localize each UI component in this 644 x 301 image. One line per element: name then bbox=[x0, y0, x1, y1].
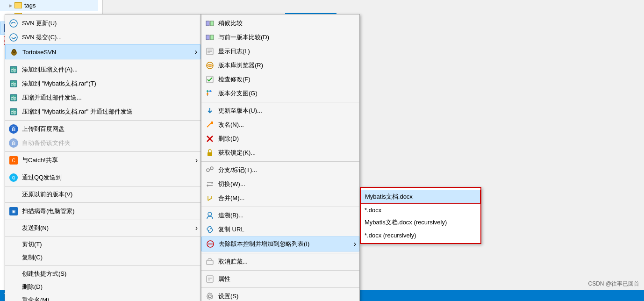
ignore-mybatis-item[interactable]: Mybatis文档.docx bbox=[361, 190, 480, 204]
svg-rect-27 bbox=[211, 122, 213, 124]
svn-diff-prev-item[interactable]: 与前一版本比较(D) bbox=[201, 30, 359, 44]
svn-showlog-item[interactable]: 显示日志(L) bbox=[201, 44, 359, 58]
settings-icon bbox=[205, 292, 215, 301]
compress-rar-item[interactable]: zip 添加到 "Mybatis文档.rar"(T) bbox=[5, 77, 200, 91]
branch-tag-icon bbox=[205, 165, 215, 175]
compress-rar-icon: zip bbox=[9, 79, 18, 88]
svn-properties-item[interactable]: 属性 bbox=[201, 272, 359, 286]
sep-5 bbox=[5, 186, 200, 186]
svn-blame-item[interactable]: 追溯(B)... bbox=[201, 208, 359, 222]
svn-sep-4 bbox=[201, 253, 359, 253]
update-icon bbox=[205, 106, 215, 115]
svn-sep-3 bbox=[201, 207, 359, 207]
svg-point-1 bbox=[10, 34, 17, 41]
props-icon bbox=[205, 274, 215, 284]
sep-1 bbox=[5, 61, 200, 61]
svg-text:zip: zip bbox=[11, 110, 16, 115]
restore-item[interactable]: 还原以前的版本(V) bbox=[5, 188, 200, 201]
compress-add-item[interactable]: zip 添加到压缩文件(A)... bbox=[5, 63, 200, 77]
svn-diff-item[interactable]: 稍候比较 bbox=[201, 16, 359, 30]
svn-sep-6 bbox=[201, 287, 359, 288]
svn-repobrowser-item[interactable]: 版本库浏览器(R) bbox=[201, 58, 359, 72]
baidu-upload-item[interactable]: 百 上传到百度网盘 bbox=[5, 122, 200, 136]
ignore-ext-rec-item[interactable]: *.docx (recursively) bbox=[361, 229, 480, 241]
svg-point-34 bbox=[208, 212, 212, 216]
check-icon bbox=[205, 75, 215, 84]
svg-point-26 bbox=[209, 90, 211, 92]
tortoise-svn-item[interactable]: TortoiseSVN bbox=[5, 44, 200, 59]
svn-delete-item[interactable]: 删除(D) bbox=[201, 132, 359, 146]
sep-7 bbox=[5, 220, 200, 220]
compress-email-item[interactable]: zip 压缩并通过邮件发送... bbox=[5, 91, 200, 105]
merge-icon bbox=[205, 194, 215, 203]
svg-rect-16 bbox=[206, 35, 209, 40]
svn-rename-item[interactable]: 改名(N)... bbox=[201, 118, 359, 132]
svn-merge-item[interactable]: 合并(M)... bbox=[201, 191, 359, 205]
compress-rar-email-icon: zip bbox=[9, 107, 18, 116]
rename-item[interactable]: 重命名(M) bbox=[5, 294, 200, 301]
qq-send-item[interactable]: Q 通过QQ发送到 bbox=[5, 171, 200, 185]
diff-icon bbox=[205, 19, 215, 28]
sep-4 bbox=[5, 169, 200, 169]
sep-3 bbox=[5, 151, 200, 152]
svn-ignore-item[interactable]: 去除版本控制并增加到忽略列表(I) bbox=[201, 236, 359, 251]
svn-branchtag-item[interactable]: 分支/标记(T)... bbox=[201, 163, 359, 177]
qq-icon: Q bbox=[9, 173, 18, 182]
svn-stash-item[interactable]: 取消贮藏... bbox=[201, 255, 359, 269]
svn-switch-item[interactable]: 切换(W)... bbox=[201, 177, 359, 191]
svg-point-32 bbox=[210, 167, 213, 170]
delete-item[interactable]: 删除(D) bbox=[5, 280, 200, 294]
scan-item[interactable]: ▣ 扫描病毒(电脑管家) bbox=[5, 204, 200, 218]
svn-branchgraph-item[interactable]: 版本分支图(G) bbox=[201, 86, 359, 100]
svg-rect-38 bbox=[207, 276, 213, 282]
svg-rect-13 bbox=[206, 21, 209, 26]
folder-tags[interactable]: ▸ tags bbox=[0, 0, 98, 11]
watermark: CSDN @往事已回首 bbox=[588, 280, 639, 288]
svn-lock-item[interactable]: 获取锁定(K)... bbox=[201, 146, 359, 160]
svg-rect-37 bbox=[207, 260, 213, 265]
svn-sep-1 bbox=[201, 102, 359, 102]
svn-update-item[interactable]: SVN 更新(U) bbox=[5, 16, 200, 30]
diff-prev-icon bbox=[205, 33, 215, 42]
svg-text:zip: zip bbox=[11, 96, 16, 100]
svg-rect-14 bbox=[210, 21, 214, 26]
sendto-item[interactable]: 发送到(N) bbox=[5, 222, 200, 235]
ignore-icon bbox=[206, 239, 215, 249]
svn-commit-icon bbox=[9, 33, 18, 42]
lock-icon bbox=[205, 148, 215, 158]
url-icon bbox=[205, 225, 215, 234]
compress-email-icon: zip bbox=[9, 93, 18, 102]
svg-point-4 bbox=[13, 50, 15, 52]
repo-icon bbox=[205, 61, 215, 70]
tortoise-icon bbox=[9, 47, 19, 57]
sep-9 bbox=[5, 265, 200, 266]
svg-text:zip: zip bbox=[11, 68, 16, 72]
svg-rect-17 bbox=[210, 35, 214, 40]
baidu-icon: 百 bbox=[9, 124, 18, 134]
shortcut-item[interactable]: 创建快捷方式(S) bbox=[5, 267, 200, 280]
branch-graph-icon bbox=[205, 89, 215, 98]
svn-commit-item[interactable]: SVN 提交(C)... bbox=[5, 30, 200, 44]
blame-icon bbox=[205, 211, 215, 220]
svg-point-31 bbox=[207, 169, 209, 172]
ignore-file-rec-item[interactable]: Mybatis文档.docx (recursively) bbox=[361, 216, 480, 229]
context-menu-1: SVN 更新(U) SVN 提交(C)... TortoiseSVN zip 添… bbox=[5, 14, 201, 301]
svn-settings-item[interactable]: 设置(S) bbox=[201, 289, 359, 301]
baidu-auto-icon: 百 bbox=[9, 138, 18, 148]
svn-update-icon bbox=[9, 19, 18, 28]
svg-point-24 bbox=[207, 93, 208, 95]
svn-copyurl-item[interactable]: 复制 URL bbox=[201, 222, 359, 236]
svn-updateto-item[interactable]: 更新至版本(U)... bbox=[201, 104, 359, 118]
cut-item[interactable]: 剪切(T) bbox=[5, 238, 200, 251]
stash-icon bbox=[205, 257, 215, 266]
rename-svn-icon bbox=[205, 120, 215, 129]
copy-item[interactable]: 复制(C) bbox=[5, 251, 200, 264]
switch-icon bbox=[205, 179, 215, 189]
svg-point-0 bbox=[10, 20, 17, 27]
catch-share-item[interactable]: C 与Catch!共享 bbox=[5, 153, 200, 167]
context-menu-3: Mybatis文档.docx *.docx Mybatis文档.docx (re… bbox=[360, 187, 481, 244]
context-menu-2: 稍候比较 与前一版本比较(D) 显示日志(L) 版本库浏览器(R) 检查修改(F… bbox=[201, 14, 360, 301]
svn-checkmod-item[interactable]: 检查修改(F) bbox=[201, 72, 359, 86]
ignore-ext-item[interactable]: *.docx bbox=[361, 204, 480, 216]
compress-rar-email-item[interactable]: zip 压缩到 "Mybatis文档.rar" 并通过邮件发送 bbox=[5, 105, 200, 119]
